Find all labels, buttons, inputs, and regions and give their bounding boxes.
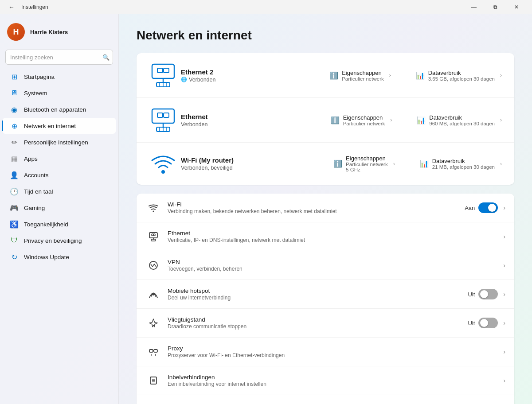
prop-sub-Dataverbruik: 21 MB, afgelopen 30 dagen [432, 164, 495, 170]
sidebar-item-accounts[interactable]: 👤Accounts [3, 167, 116, 183]
titlebar-title: Instellingen [21, 4, 464, 10]
settings-item-wifi-setting[interactable]: Wi-FiVerbinding maken, bekende netwerken… [137, 194, 514, 222]
titlebar: ← Instellingen — ⧉ ✕ [0, 0, 532, 14]
sidebar-item-persoonlijk[interactable]: ✏Persoonlijke instellingen [3, 134, 116, 150]
prop-chevron-Dataverbruik: › [500, 161, 502, 167]
sidebar-item-label-bluetooth: Bluetooth en apparaten [24, 106, 86, 113]
ethernet2-prop-eigenschappen[interactable]: ℹ️EigenschappenParticulier netwerk› [326, 68, 395, 83]
proxy-desc: Proxyserver voor Wi-Fi- en Ethernet-verb… [168, 352, 501, 358]
network-card-ethernet[interactable]: EthernetVerbondenℹ️EigenschappenParticul… [137, 98, 514, 143]
ethernet-name: Ethernet [181, 113, 327, 120]
netwerk-icon: ⊕ [10, 121, 19, 130]
svg-rect-1 [157, 68, 163, 73]
restore-button[interactable]: ⧉ [485, 0, 505, 14]
ethernet-setting-chevron: › [503, 233, 505, 240]
wifi-setting-toggle-label: Aan [465, 205, 475, 211]
svg-rect-10 [164, 113, 169, 117]
sidebar-item-systeem[interactable]: 🖥Systeem [3, 85, 116, 101]
sidebar-item-label-tijd: Tijd en taal [24, 188, 53, 195]
prop-chevron-Dataverbruik: › [500, 117, 502, 123]
prop-icon-Eigenschappen: ℹ️ [331, 116, 340, 124]
gaming-icon: 🎮 [10, 203, 19, 212]
ethernet-prop-eigenschappen[interactable]: ℹ️EigenschappenParticulier netwerk› [327, 113, 396, 128]
settings-item-ethernet-setting[interactable]: EthernetVerificatie, IP- en DNS-instelli… [137, 222, 514, 251]
sidebar-item-toegankelijkheid[interactable]: ♿Toegankelijkheid [3, 216, 116, 232]
settings-item-geavanceerd[interactable]: → Geavanceerde netwerkinstellingenAlle n… [137, 395, 514, 404]
ethernet-status: Verbonden [181, 121, 327, 128]
inbelverbindingen-icon [145, 373, 161, 388]
arrow-indicator: → [145, 402, 158, 404]
sidebar-item-tijd[interactable]: 🕐Tijd en taal [3, 183, 116, 199]
prop-icon-Dataverbruik: 📊 [417, 116, 426, 124]
network-card-ethernet2[interactable]: Ethernet 2🌐Verbondenℹ️EigenschappenParti… [137, 53, 514, 98]
vliegtuigstand-title: Vliegtuigstand [168, 316, 468, 323]
proxy-icon [145, 344, 161, 360]
sidebar-item-privacy[interactable]: 🛡Privacy en beveiliging [3, 233, 116, 249]
prop-icon-Eigenschappen: ℹ️ [333, 159, 342, 168]
sidebar-item-label-apps: Apps [24, 155, 38, 162]
minimize-button[interactable]: — [464, 0, 484, 14]
ethernet-info: EthernetVerbonden [181, 113, 327, 128]
avatar: H [7, 23, 25, 41]
mobiele-hotspot-title: Mobiele hotspot [168, 287, 468, 294]
mobiele-hotspot-toggle[interactable] [478, 289, 498, 299]
ethernet-setting-content: EthernetVerificatie, IP- en DNS-instelli… [168, 230, 501, 243]
svg-point-16 [161, 170, 165, 174]
network-cards: Ethernet 2🌐Verbondenℹ️EigenschappenParti… [137, 53, 514, 185]
ethernet2-prop-dataverbruik[interactable]: 📊Dataverbruik3.65 GB, afgelopen 30 dagen… [412, 68, 505, 83]
wifi-props: ℹ️EigenschappenParticulier netwerk 5 GHz… [330, 153, 505, 174]
vpn-content: VPNToevoegen, verbinden, beheren [168, 259, 501, 272]
tijd-icon: 🕐 [10, 187, 19, 196]
vliegtuigstand-toggle[interactable] [478, 318, 498, 328]
svg-rect-2 [164, 68, 169, 73]
wifi-setting-desc: Verbinding maken, bekende netwerken behe… [168, 208, 465, 214]
sidebar-item-startpagina[interactable]: ⊞Startpagina [3, 69, 116, 85]
svg-rect-26 [154, 350, 157, 352]
sidebar-item-bluetooth[interactable]: ◉Bluetooth en apparaten [3, 101, 116, 117]
prop-label-Dataverbruik: Dataverbruik [428, 70, 495, 76]
settings-item-inbelverbindingen[interactable]: InbelverbindingenEen inbelverbinding voo… [137, 366, 514, 395]
prop-sub-Dataverbruik: 960 MB, afgelopen 30 dagen [429, 121, 495, 126]
ethernet-props: ℹ️EigenschappenParticulier netwerk›📊Data… [327, 113, 505, 128]
app-container: H Harrie Kisters 🔍 ⊞Startpagina🖥Systeem◉… [0, 14, 532, 404]
sidebar-item-netwerk[interactable]: ⊕Netwerk en internet [3, 118, 116, 134]
settings-item-proxy[interactable]: ProxyProxyserver voor Wi-Fi- en Ethernet… [137, 338, 514, 366]
network-card-wifi[interactable]: Wi-Fi (My router)Verbonden, beveiligdℹ️E… [137, 143, 514, 185]
prop-sub-Eigenschappen: Particulier netwerk [343, 121, 385, 126]
wifi-setting-toggle[interactable] [478, 202, 498, 213]
mobiele-hotspot-desc: Deel uw internetverbinding [168, 295, 468, 301]
proxy-chevron: › [503, 348, 505, 355]
svg-rect-22 [151, 239, 156, 241]
mobiele-hotspot-toggle-thumb [480, 290, 488, 298]
settings-item-mobiele-hotspot[interactable]: Mobiele hotspotDeel uw internetverbindin… [137, 280, 514, 309]
sidebar-item-windows-update[interactable]: ↻Windows Update [3, 249, 116, 265]
ethernet2-status: 🌐Verbonden [181, 77, 326, 83]
ethernet-network-icon [145, 107, 181, 133]
wifi-status: Verbonden, beveiligd [181, 165, 330, 171]
proxy-title: Proxy [168, 345, 501, 352]
search-input[interactable] [5, 50, 113, 65]
settings-item-vliegtuigstand[interactable]: VliegtuigstandDraadloze communicatie sto… [137, 309, 514, 338]
prop-label-Eigenschappen: Eigenschappen [342, 70, 384, 76]
wifi-info: Wi-Fi (My router)Verbonden, beveiligd [181, 156, 330, 171]
sidebar-item-apps[interactable]: ▦Apps [3, 151, 116, 167]
vliegtuigstand-chevron: › [503, 319, 505, 326]
settings-item-vpn[interactable]: VPNToevoegen, verbinden, beheren› [137, 251, 514, 280]
wifi-prop-eigenschappen[interactable]: ℹ️EigenschappenParticulier netwerk 5 GHz… [330, 153, 399, 174]
sidebar-item-gaming[interactable]: 🎮Gaming [3, 200, 116, 216]
prop-label-Dataverbruik: Dataverbruik [429, 114, 495, 121]
vpn-chevron: › [503, 262, 505, 269]
close-button[interactable]: ✕ [506, 0, 527, 14]
wifi-prop-dataverbruik[interactable]: 📊Dataverbruik21 MB, afgelopen 30 dagen› [416, 156, 505, 171]
vpn-desc: Toevoegen, verbinden, beheren [168, 266, 501, 272]
sidebar-item-label-accounts: Accounts [24, 172, 49, 179]
back-button[interactable]: ← [5, 1, 18, 13]
ethernet-prop-dataverbruik[interactable]: 📊Dataverbruik960 MB, afgelopen 30 dagen› [413, 113, 505, 128]
sidebar-item-label-privacy: Privacy en beveiliging [24, 237, 82, 244]
inbelverbindingen-title: Inbelverbindingen [168, 374, 501, 381]
ethernet2-info: Ethernet 2🌐Verbonden [181, 68, 326, 83]
mobiele-hotspot-icon [145, 286, 161, 302]
wifi-network-icon [145, 152, 181, 176]
sidebar-item-label-persoonlijk: Persoonlijke instellingen [24, 139, 88, 146]
prop-sub-Eigenschappen: Particulier netwerk 5 GHz [346, 162, 388, 172]
